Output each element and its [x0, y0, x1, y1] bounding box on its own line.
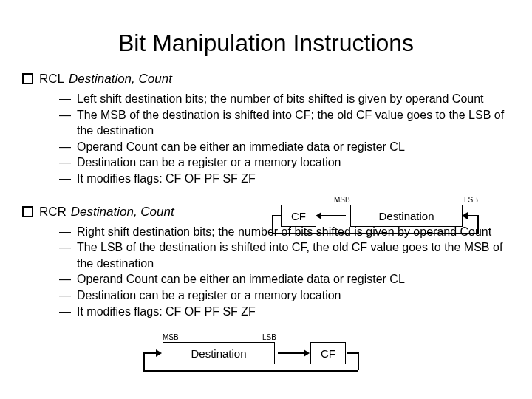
dest-box: Destination	[350, 205, 463, 227]
rcl-diagram: CF Destination MSB LSB	[281, 201, 488, 238]
rcl-block: RCL Destination, Count —Left shift desti…	[22, 72, 510, 187]
list-item: Operand Count can be either an immediate…	[77, 271, 510, 287]
rcl-mnemonic: RCL	[39, 72, 64, 86]
msb-label: MSB	[163, 333, 179, 341]
list-item: Destination can be a register or a memor…	[77, 287, 510, 304]
rcl-args: Destination, Count	[69, 72, 172, 86]
cf-box: CF	[281, 205, 316, 227]
rcr-mnemonic: RCR	[39, 205, 66, 219]
bullet-square-icon	[22, 206, 33, 217]
rcr-args: Destination, Count	[71, 205, 174, 219]
list-item: The MSB of the destination is shifted in…	[77, 107, 510, 139]
rcr-diagram: Destination CF MSB LSB	[133, 338, 362, 375]
cf-box: CF	[310, 342, 346, 364]
msb-label: MSB	[334, 196, 350, 204]
list-item: Destination can be a register or a memor…	[77, 154, 510, 171]
dest-box: Destination	[163, 342, 275, 364]
list-item: Operand Count can be either an immediate…	[77, 139, 510, 155]
lsb-label: LSB	[262, 333, 276, 341]
list-item: The LSB of the destination is shifted in…	[77, 239, 510, 271]
lsb-label: LSB	[464, 196, 478, 204]
list-item: Left shift destination bits; the number …	[77, 91, 510, 107]
list-item: It modifies flags: CF OF PF SF ZF	[77, 304, 510, 320]
rcl-list: —Left shift destination bits; the number…	[59, 91, 510, 187]
bullet-square-icon	[22, 73, 33, 84]
list-item: It modifies flags: CF OF PF SF ZF	[77, 171, 510, 187]
rcl-header: RCL Destination, Count	[22, 72, 510, 86]
page-title: Bit Manipulation Instructions	[22, 30, 510, 57]
